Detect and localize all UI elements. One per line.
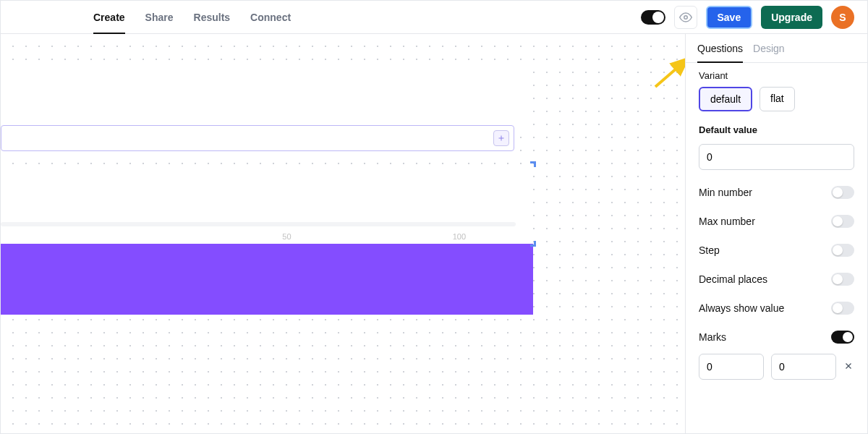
step-label: Step [699, 244, 720, 256]
sidebar-tab-questions[interactable]: Questions [697, 43, 743, 63]
eye-icon [679, 11, 692, 24]
min-number-label: Min number [699, 187, 752, 198]
header-toggle[interactable] [641, 10, 665, 25]
slider-mark-max: 100 [453, 232, 466, 241]
nav-tab-create[interactable]: Create [93, 1, 125, 33]
save-button[interactable]: Save [706, 6, 753, 29]
form-card-top[interactable] [1, 60, 533, 125]
nav-tab-share[interactable]: Share [145, 1, 174, 33]
decimal-places-toggle[interactable] [831, 273, 854, 286]
marks-remove-button[interactable] [843, 359, 854, 375]
add-element-button[interactable] [493, 130, 509, 146]
plus-icon [497, 134, 506, 142]
always-show-value-toggle[interactable] [831, 302, 854, 315]
slider-track[interactable] [1, 222, 516, 226]
close-icon [843, 361, 854, 371]
variant-heading: Variant [699, 70, 854, 81]
max-number-toggle[interactable] [831, 215, 854, 228]
marks-input-1[interactable] [699, 354, 764, 380]
variant-option-default[interactable]: default [699, 87, 752, 111]
slider-question-block[interactable]: 50 100 [1, 164, 533, 244]
purple-block[interactable] [1, 244, 533, 315]
sidebar-tab-design[interactable]: Design [753, 43, 785, 62]
marks-label: Marks [699, 331, 726, 343]
svg-point-0 [684, 15, 687, 19]
selection-handle-tr[interactable] [530, 161, 536, 167]
avatar[interactable]: S [831, 6, 854, 29]
selection-handle-br[interactable] [530, 241, 536, 247]
min-number-toggle[interactable] [831, 186, 854, 199]
variant-option-flat[interactable]: flat [760, 87, 795, 111]
selected-element-row[interactable] [1, 125, 514, 151]
decimal-places-label: Decimal places [699, 273, 767, 285]
preview-button[interactable] [674, 6, 697, 29]
default-value-input[interactable] [699, 144, 854, 170]
canvas-area[interactable]: 50 100 [1, 34, 685, 433]
default-value-heading: Default value [699, 124, 854, 135]
marks-toggle[interactable] [831, 331, 854, 344]
upgrade-button[interactable]: Upgrade [761, 6, 822, 29]
always-show-value-label: Always show value [699, 302, 784, 314]
nav-tab-connect[interactable]: Connect [250, 1, 291, 33]
nav-tab-results[interactable]: Results [194, 1, 231, 33]
max-number-label: Max number [699, 216, 755, 227]
marks-input-2[interactable] [771, 354, 836, 380]
slider-mark-mid: 50 [282, 232, 291, 241]
step-toggle[interactable] [831, 244, 854, 257]
